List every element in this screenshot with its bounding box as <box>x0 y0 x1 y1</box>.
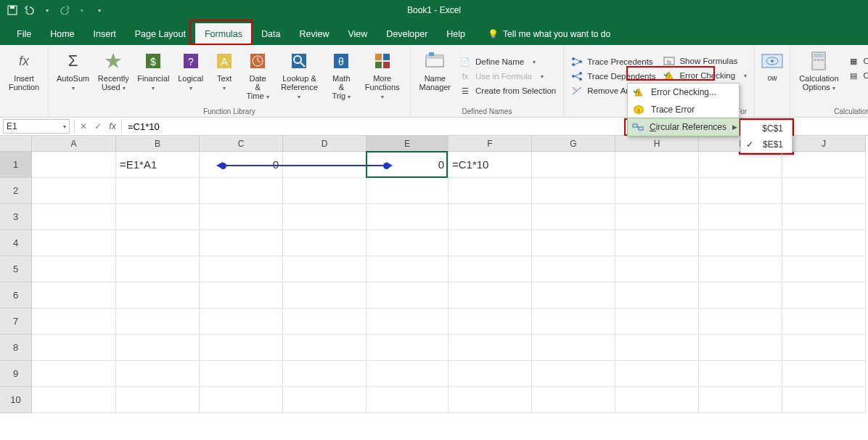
cell-e10[interactable] <box>367 387 449 413</box>
cell-b1[interactable]: =E1*A1 <box>116 152 200 178</box>
tab-data[interactable]: Data <box>252 23 290 45</box>
cell-c5[interactable] <box>200 256 283 282</box>
tab-page-layout[interactable]: Page Layout <box>126 23 195 45</box>
cell-g5[interactable] <box>532 256 615 282</box>
cell-b9[interactable] <box>116 361 200 387</box>
cell-i4[interactable] <box>699 230 782 256</box>
cell-h2[interactable] <box>615 178 699 204</box>
row-header-2[interactable]: 2 <box>0 178 32 204</box>
cell-i2[interactable] <box>699 178 782 204</box>
cell-a4[interactable] <box>32 230 116 256</box>
autosum-button[interactable]: ΣAutoSum▾ <box>53 48 93 94</box>
cell-i6[interactable] <box>699 282 782 309</box>
tab-formulas[interactable]: Formulas <box>195 23 252 45</box>
cell-j4[interactable] <box>782 230 866 256</box>
cell-h4[interactable] <box>615 230 699 256</box>
cell-h5[interactable] <box>615 256 699 282</box>
col-header-g[interactable]: G <box>532 136 615 152</box>
cell-h10[interactable] <box>615 387 699 413</box>
col-header-c[interactable]: C <box>200 136 283 152</box>
cell-f3[interactable] <box>449 204 532 230</box>
undo-dropdown-icon[interactable]: ▾ <box>41 4 54 17</box>
col-header-f[interactable]: F <box>449 136 532 152</box>
calculation-options-button[interactable]: Calculation Options ▾ <box>795 48 843 94</box>
circular-ref-item-e1[interactable]: ✓ $E$1 <box>741 137 792 152</box>
cell-a3[interactable] <box>32 204 116 230</box>
tab-view[interactable]: View <box>338 23 377 45</box>
cell-f1[interactable]: =C1*10 <box>449 152 532 178</box>
enter-formula-button[interactable]: ✓ <box>91 119 105 134</box>
cell-a7[interactable] <box>32 309 116 335</box>
cell-b8[interactable] <box>116 335 200 361</box>
cell-h3[interactable] <box>615 204 699 230</box>
watch-window-button[interactable]: ow <box>756 48 788 83</box>
col-header-e[interactable]: E <box>367 136 449 152</box>
name-box-dropdown-icon[interactable]: ▾ <box>63 123 66 130</box>
cell-d2[interactable] <box>283 178 367 204</box>
cell-a2[interactable] <box>32 178 116 204</box>
cell-j1[interactable] <box>782 152 866 178</box>
cell-g2[interactable] <box>532 178 615 204</box>
menu-circular-references[interactable]: CCircular Referencesircular References ▶ <box>628 118 739 136</box>
error-checking-button[interactable]: !Error Checking ▾ <box>660 69 750 82</box>
cell-j6[interactable] <box>782 282 866 309</box>
row-header-5[interactable]: 5 <box>0 256 32 282</box>
cell-d7[interactable] <box>283 309 367 335</box>
insert-function-button[interactable]: fx Insert Function <box>4 48 44 93</box>
menu-trace-error[interactable]: ! Trace Error <box>628 101 739 118</box>
fx-button[interactable]: fx <box>105 119 120 134</box>
cell-d9[interactable] <box>283 361 367 387</box>
cell-h7[interactable] <box>615 309 699 335</box>
cell-d8[interactable] <box>283 335 367 361</box>
cell-a6[interactable] <box>32 282 116 309</box>
cell-c8[interactable] <box>200 335 283 361</box>
cell-i10[interactable] <box>699 387 782 413</box>
row-header-7[interactable]: 7 <box>0 309 32 335</box>
row-header-4[interactable]: 4 <box>0 230 32 256</box>
cell-g6[interactable] <box>532 282 615 309</box>
cell-j3[interactable] <box>782 204 866 230</box>
math-trig-button[interactable]: θMath & Trig ▾ <box>325 48 358 102</box>
logical-button[interactable]: ?Logical▾ <box>174 48 207 94</box>
menu-error-checking[interactable]: ! Error Checking... <box>628 83 739 101</box>
row-header-1[interactable]: 1 <box>0 152 32 178</box>
cell-d3[interactable] <box>283 204 367 230</box>
cell-f8[interactable] <box>449 335 532 361</box>
cell-g10[interactable] <box>532 387 615 413</box>
cell-e8[interactable] <box>367 335 449 361</box>
cell-e7[interactable] <box>367 309 449 335</box>
cell-a9[interactable] <box>32 361 116 387</box>
cell-f5[interactable] <box>449 256 532 282</box>
cell-g3[interactable] <box>532 204 615 230</box>
cell-j8[interactable] <box>782 335 866 361</box>
cell-c4[interactable] <box>200 230 283 256</box>
cell-c7[interactable] <box>200 309 283 335</box>
cell-c10[interactable] <box>200 387 283 413</box>
circular-ref-item-c1[interactable]: $C$1 <box>741 121 792 137</box>
cell-f9[interactable] <box>449 361 532 387</box>
cell-j9[interactable] <box>782 361 866 387</box>
undo-icon[interactable] <box>23 4 36 17</box>
cell-f6[interactable] <box>449 282 532 309</box>
date-time-button[interactable]: Date & Time ▾ <box>242 48 274 102</box>
row-header-10[interactable]: 10 <box>0 387 32 413</box>
col-header-d[interactable]: D <box>283 136 367 152</box>
row-header-9[interactable]: 9 <box>0 361 32 387</box>
cell-g9[interactable] <box>532 361 615 387</box>
tab-review[interactable]: Review <box>290 23 338 45</box>
cell-h9[interactable] <box>615 361 699 387</box>
cell-a8[interactable] <box>32 335 116 361</box>
redo-dropdown-icon[interactable]: ▾ <box>75 4 89 17</box>
cell-j2[interactable] <box>782 178 866 204</box>
cell-c2[interactable] <box>200 178 283 204</box>
cell-h8[interactable] <box>615 335 699 361</box>
cancel-formula-button[interactable]: ✕ <box>76 119 91 134</box>
cell-i7[interactable] <box>699 309 782 335</box>
cell-a10[interactable] <box>32 387 116 413</box>
cell-c3[interactable] <box>200 204 283 230</box>
cell-h1[interactable] <box>615 152 699 178</box>
trace-precedents-button[interactable]: Trace Precedents <box>568 55 659 68</box>
row-header-8[interactable]: 8 <box>0 335 32 361</box>
cell-f7[interactable] <box>449 309 532 335</box>
cell-g4[interactable] <box>532 230 615 256</box>
